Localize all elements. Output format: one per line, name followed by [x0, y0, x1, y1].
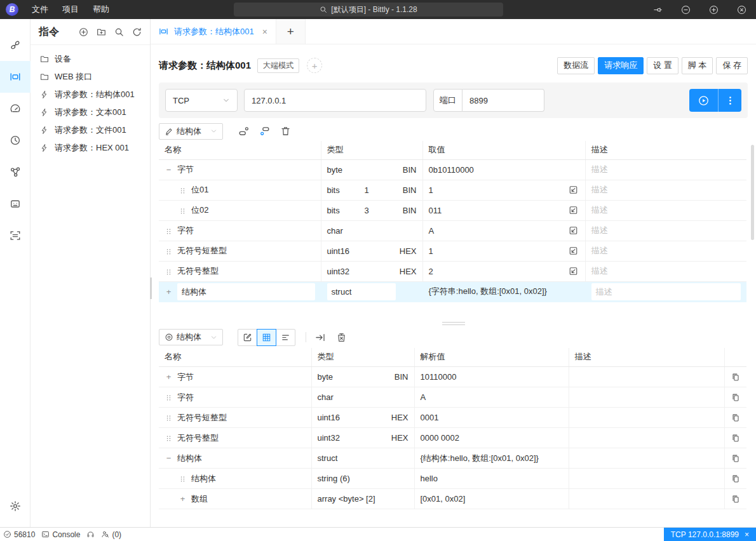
field-value[interactable]: 011: [429, 206, 442, 215]
rail-item-capture-icon[interactable]: [0, 220, 30, 251]
field-value[interactable]: 10110000: [421, 372, 457, 382]
response-field-row[interactable]: 无符号短整型uint16HEX0001: [159, 408, 746, 428]
field-name[interactable]: 字符: [177, 225, 194, 236]
response-field-row[interactable]: 结构体string (6)hello: [159, 469, 746, 489]
response-field-row[interactable]: 无符号整型uint32HEX0000 0002: [159, 428, 746, 448]
drag-handle[interactable]: [179, 185, 187, 195]
request-param-row[interactable]: 位02bits3BIN011描述: [159, 200, 746, 220]
field-value[interactable]: 1: [429, 246, 433, 256]
connection-status-badge[interactable]: TCP 127.0.0.1:8899 ×: [664, 528, 756, 541]
menu-file[interactable]: 文件: [25, 0, 55, 19]
description-placeholder[interactable]: 描述: [591, 164, 608, 174]
rail-item-connector-icon[interactable]: [0, 29, 30, 61]
field-value[interactable]: A: [421, 392, 426, 402]
rail-item-directive-icon[interactable]: [0, 61, 30, 93]
scrollbar-thumb[interactable]: [751, 145, 754, 240]
action-button-default[interactable]: 设 置: [647, 57, 678, 74]
field-name[interactable]: 无符号整型: [177, 265, 219, 277]
copy-icon[interactable]: [731, 413, 740, 422]
request-format-select[interactable]: 结构体: [159, 123, 223, 140]
field-type[interactable]: byte: [327, 165, 343, 175]
arrow-to-bar-icon[interactable]: [315, 332, 326, 343]
field-name[interactable]: 字节: [177, 371, 194, 383]
tree-item[interactable]: 请求参数：文件001: [30, 121, 150, 139]
tree-item[interactable]: 请求参数：结构体001: [30, 86, 150, 104]
tree-item[interactable]: 设备: [30, 50, 150, 68]
menu-help[interactable]: 帮助: [86, 0, 116, 19]
endian-mode-tag[interactable]: 大端模式: [257, 58, 299, 73]
tab-active[interactable]: 请求参数：结构体001 ×: [151, 19, 276, 44]
copy-icon[interactable]: [731, 393, 740, 402]
status-users[interactable]: (0): [101, 530, 121, 539]
drag-handle[interactable]: [165, 413, 173, 422]
response-field-row[interactable]: 字符charA: [159, 387, 746, 408]
description-placeholder[interactable]: 描述: [591, 266, 608, 276]
description-placeholder[interactable]: 描述: [591, 225, 608, 235]
copy-icon[interactable]: [731, 495, 740, 504]
sidebar-resize-grip[interactable]: [150, 277, 152, 299]
field-value[interactable]: 0001: [421, 413, 439, 422]
pin-icon[interactable]: [653, 5, 663, 15]
request-param-row[interactable]: −字节byteBIN0b10110000描述: [159, 159, 746, 180]
field-type[interactable]: bits: [327, 185, 340, 195]
request-param-row[interactable]: +结构体struct{字符串:hello, 数组:[0x01, 0x02]}描述: [159, 281, 746, 302]
expand-editor-icon[interactable]: [569, 226, 578, 236]
field-name[interactable]: 无符号短整型: [177, 245, 227, 257]
tab-close-icon[interactable]: ×: [262, 27, 267, 37]
drag-handle[interactable]: [179, 206, 187, 215]
expand-editor-icon[interactable]: [569, 246, 578, 256]
send-button[interactable]: [689, 89, 718, 112]
field-type[interactable]: uint16: [327, 246, 349, 256]
field-type[interactable]: uint32: [327, 267, 349, 276]
request-param-row[interactable]: 字符charA描述: [159, 220, 746, 241]
field-format[interactable]: BIN: [394, 185, 417, 195]
field-name[interactable]: 结构体: [191, 473, 216, 484]
rail-item-terminal-icon[interactable]: [0, 188, 30, 220]
field-value[interactable]: A: [429, 226, 435, 236]
field-name[interactable]: 无符号短整型: [177, 412, 227, 424]
refresh-icon[interactable]: [132, 27, 142, 37]
list-view-button[interactable]: [276, 329, 295, 346]
field-name[interactable]: 结构体: [177, 283, 315, 300]
field-format[interactable]: HEX: [386, 413, 408, 422]
minimize-icon[interactable]: [681, 5, 691, 15]
field-format[interactable]: BIN: [394, 206, 417, 215]
response-field-row[interactable]: +数组array <byte> [2][0x01, 0x02]: [159, 489, 746, 509]
action-button-default[interactable]: 数据流: [557, 57, 595, 74]
field-value[interactable]: {结构体:hello, 数组:[0x01, 0x02]}: [421, 453, 539, 463]
host-input[interactable]: [244, 89, 426, 112]
field-type[interactable]: char: [318, 392, 334, 402]
circle-plus-icon[interactable]: [79, 27, 88, 37]
field-type[interactable]: struct: [318, 453, 338, 463]
collapse-toggle[interactable]: −: [165, 453, 173, 463]
action-button-default[interactable]: 保 存: [716, 57, 748, 74]
description-placeholder[interactable]: 描述: [591, 185, 608, 194]
description-placeholder[interactable]: 描述: [591, 246, 608, 255]
field-value[interactable]: 0000 0002: [421, 433, 459, 443]
insert-row-below-icon[interactable]: [259, 126, 270, 137]
badge-close-icon[interactable]: ×: [745, 530, 749, 539]
expand-editor-icon[interactable]: [569, 206, 578, 215]
tree-item[interactable]: 请求参数：HEX 001: [30, 139, 150, 157]
edit-view-button[interactable]: [238, 329, 257, 346]
description-placeholder[interactable]: 描述: [591, 283, 741, 300]
field-name[interactable]: 结构体: [177, 453, 202, 464]
folder-plus-icon[interactable]: [97, 27, 106, 37]
request-param-row[interactable]: 位01bits1BIN1描述: [159, 180, 746, 200]
drag-handle[interactable]: [165, 267, 173, 276]
field-format[interactable]: HEX: [394, 246, 417, 256]
copy-icon[interactable]: [731, 454, 740, 463]
field-type[interactable]: uint32: [318, 433, 340, 443]
delete-icon[interactable]: [280, 126, 291, 137]
field-value[interactable]: 1: [429, 185, 433, 195]
expand-toggle[interactable]: +: [179, 494, 187, 504]
tree-item[interactable]: 请求参数：文本001: [30, 104, 150, 121]
send-options-button[interactable]: [718, 89, 741, 112]
expand-toggle[interactable]: +: [165, 372, 173, 382]
field-format[interactable]: HEX: [394, 267, 417, 276]
field-name[interactable]: 无符号整型: [177, 432, 219, 444]
drag-handle[interactable]: [165, 246, 173, 256]
field-format[interactable]: BIN: [394, 165, 417, 175]
response-field-row[interactable]: −结构体struct{结构体:hello, 数组:[0x01, 0x02]}: [159, 448, 746, 469]
field-name[interactable]: 位01: [191, 184, 208, 196]
